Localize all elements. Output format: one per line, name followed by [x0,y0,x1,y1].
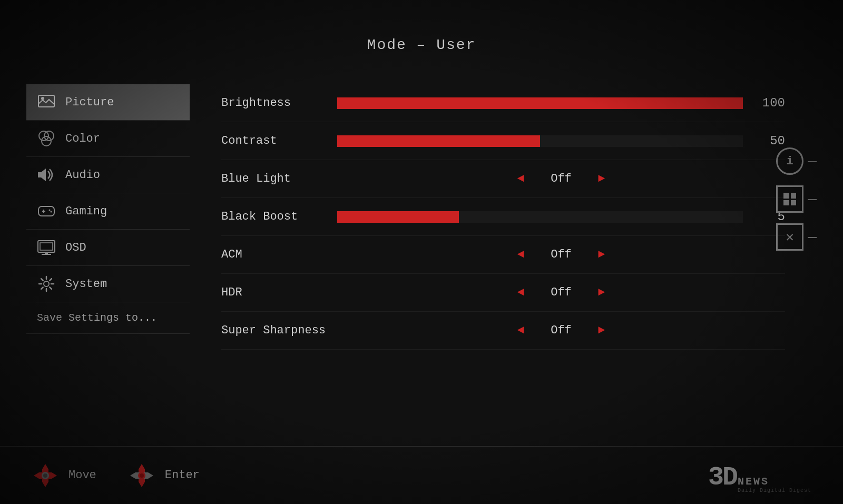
super-sharpness-control: ◄ Off ► [337,324,785,337]
audio-icon [37,165,56,184]
svg-point-1 [41,97,44,100]
screen: Mode – User Picture [0,0,843,504]
svg-point-32 [140,473,144,478]
grid-icon-row: — [776,185,817,213]
contrast-row: Contrast 50 [221,122,785,160]
brightness-control: 100 [337,96,785,110]
grid-icon[interactable] [776,185,803,213]
super-sharpness-arrow-right[interactable]: ► [598,324,605,337]
brightness-fill [337,97,743,109]
hdr-value: Off [540,286,582,299]
system-icon [37,274,56,293]
svg-marker-25 [139,464,145,469]
acm-value: Off [540,248,582,261]
brightness-value: 100 [753,96,785,110]
black-boost-row: Black Boost 5 [221,198,785,236]
brightness-row: Brightness 100 [221,84,785,122]
main-content: Picture Color [26,84,817,441]
grid-dash: — [808,191,817,207]
acm-control: ◄ Off ► [337,248,785,261]
svg-marker-18 [42,482,48,487]
svg-point-10 [49,210,51,211]
svg-point-24 [43,473,47,478]
brightness-label: Brightness [221,96,337,110]
acm-arrow-left[interactable]: ◄ [517,248,524,261]
info-icon-row: i — [776,147,817,175]
blue-light-row: Blue Light ◄ Off ► [221,160,785,198]
picture-icon [37,93,56,112]
sidebar-label-osd: OSD [65,241,86,254]
acm-label: ACM [221,248,337,261]
super-sharpness-toggle: ◄ Off ► [337,324,785,337]
sidebar-label-picture: Picture [65,96,114,109]
contrast-slider[interactable] [337,135,743,147]
sidebar-item-color[interactable]: Color [26,121,190,157]
close-dash: — [808,229,817,245]
acm-row: ACM ◄ Off ► [221,236,785,274]
svg-marker-20 [52,472,57,479]
svg-marker-26 [139,482,145,487]
hdr-control: ◄ Off ► [337,286,785,299]
super-sharpness-value: Off [540,324,582,337]
svg-point-11 [51,211,52,213]
blue-light-arrow-left[interactable]: ◄ [517,172,524,185]
enter-action: Enter [128,462,200,489]
info-icon[interactable]: i [776,147,803,175]
svg-marker-17 [42,464,48,469]
hdr-arrow-left[interactable]: ◄ [517,286,524,299]
black-boost-fill [337,211,459,223]
super-sharpness-arrow-left[interactable]: ◄ [517,324,524,337]
contrast-label: Contrast [221,134,337,147]
sidebar-item-gaming[interactable]: Gaming [26,193,190,230]
move-label: Move [68,469,96,482]
sidebar-item-system[interactable]: System [26,266,190,302]
black-boost-slider[interactable] [337,211,743,223]
save-settings-button[interactable]: Save Settings to... [26,302,190,334]
sidebar-item-audio[interactable]: Audio [26,157,190,193]
close-icon-row: ✕ — [776,223,817,251]
enter-label: Enter [165,469,200,482]
svg-rect-15 [42,254,51,255]
brightness-slider[interactable] [337,97,743,109]
hdr-arrow-right[interactable]: ► [598,286,605,299]
page-title: Mode – User [0,37,843,53]
black-boost-label: Black Boost [221,210,337,223]
super-sharpness-row: Super Sharpness ◄ Off ► [221,312,785,350]
black-boost-control: 5 [337,210,785,224]
bottom-bar: Move Enter 3D NEWS Daily Digital [0,446,843,504]
color-icon [37,129,56,148]
osd-icon [37,238,56,257]
svg-marker-28 [148,472,153,479]
logo-3d-text: 3D [708,465,737,491]
move-action: Move [32,462,96,489]
enter-dpad-icon [128,462,155,489]
acm-toggle: ◄ Off ► [337,248,785,261]
sidebar-label-audio: Audio [65,169,100,182]
contrast-fill [337,135,540,147]
close-icon[interactable]: ✕ [776,223,803,251]
blue-light-value: Off [540,172,582,185]
logo-subtitle-text: Daily Digital Digest [738,488,811,493]
blue-light-toggle: ◄ Off ► [337,172,785,185]
sidebar: Picture Color [26,84,190,441]
settings-panel: Brightness 100 Contrast 50 [190,84,817,441]
sidebar-item-picture[interactable]: Picture [26,84,190,121]
blue-light-control: ◄ Off ► [337,172,785,185]
svg-rect-13 [40,243,53,250]
super-sharpness-label: Super Sharpness [221,324,337,337]
contrast-value: 50 [753,134,785,148]
hdr-row: HDR ◄ Off ► [221,274,785,312]
blue-light-arrow-right[interactable]: ► [598,172,605,185]
sidebar-label-system: System [65,278,107,291]
gaming-icon [37,202,56,221]
svg-point-16 [44,281,49,286]
logo-news-text: NEWS [738,476,811,488]
move-dpad-icon [32,462,59,489]
acm-arrow-right[interactable]: ► [598,248,605,261]
sidebar-item-osd[interactable]: OSD [26,230,190,266]
info-dash: — [808,153,817,170]
svg-rect-7 [38,206,54,216]
svg-point-4 [42,136,51,146]
3dnews-logo: 3D NEWS Daily Digital Digest [708,465,811,493]
svg-marker-19 [34,472,39,479]
